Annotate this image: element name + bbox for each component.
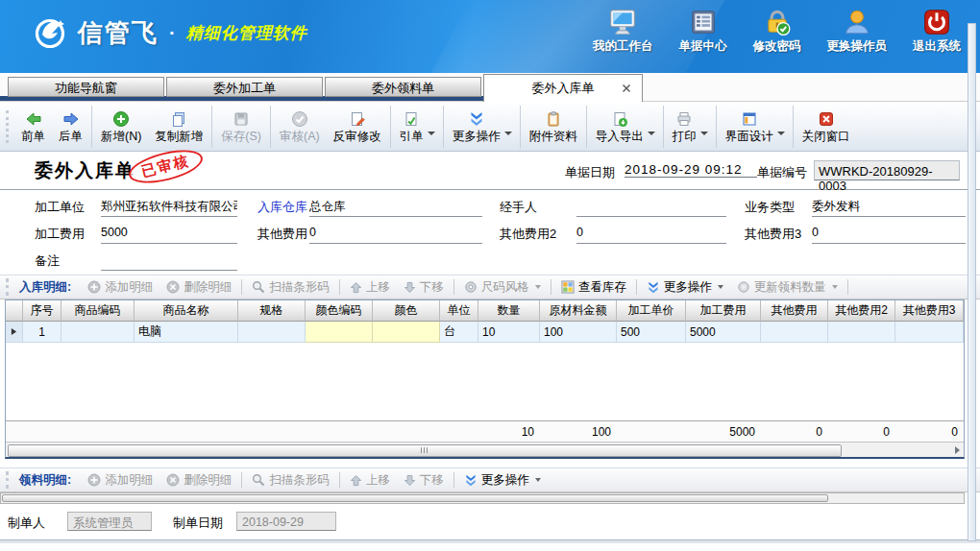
col-qty[interactable]: 数量 (478, 300, 540, 322)
handler-field[interactable] (576, 199, 726, 217)
vertical-scrollbar[interactable] (968, 23, 976, 541)
cell-seq[interactable]: 1 (23, 322, 61, 343)
cell-item-code[interactable] (61, 322, 135, 343)
save-icon (233, 110, 250, 128)
clipboard-icon (545, 110, 562, 128)
toolbar-separator (443, 106, 444, 148)
handler-label: 经手人 (500, 199, 537, 216)
dropdown-caret-icon[interactable] (700, 132, 708, 135)
app-title: 信管飞 (78, 16, 159, 50)
prev-doc-button[interactable]: 前单 (14, 108, 52, 145)
cell-qty[interactable]: 10 (478, 322, 540, 343)
cell-color-code[interactable] (306, 322, 373, 343)
view-stock-button[interactable]: 查看库存 (554, 279, 633, 296)
col-other-fee[interactable]: 其他费用 (761, 300, 828, 322)
pull-doc-button[interactable]: 引单 (393, 108, 430, 145)
business-type-field[interactable]: 委外发料 (812, 199, 966, 217)
material-horizontal-scrollbar[interactable] (0, 492, 965, 504)
tab-outsource-process[interactable]: 委外加工单 (166, 77, 323, 97)
process-fee-field[interactable]: 5000 (101, 226, 237, 244)
nav-change-password[interactable]: 修改密码 (753, 9, 801, 55)
add-detail-button: 添加明细 (81, 279, 159, 296)
tab-outsource-inbound[interactable]: 委外入库单 (483, 74, 643, 102)
cell-process-price[interactable]: 500 (617, 322, 686, 343)
more-actions-button[interactable]: 更多操作 (457, 472, 548, 489)
switch-operator-icon (843, 9, 871, 36)
unaudit-button[interactable]: 反审修改 (327, 108, 388, 145)
nav-my-workspace[interactable]: 我的工作台 (593, 9, 653, 55)
dropdown-caret-icon[interactable] (777, 132, 785, 135)
col-unit[interactable]: 单位 (440, 300, 478, 322)
tab-close-icon[interactable] (622, 84, 631, 93)
stock-grid-icon (561, 280, 575, 294)
cell-other-fee3[interactable] (895, 322, 964, 343)
col-process-price[interactable]: 加工单价 (617, 300, 686, 322)
ui-design-button[interactable]: 界面设计 (719, 108, 780, 145)
inbound-detail-grid: 序号 商品编码 商品名称 规格 颜色编码 颜色 单位 数量 原材料金额 加工单价… (5, 299, 965, 459)
more-actions-button[interactable]: 更多操作 (446, 108, 507, 145)
nav-exit-system[interactable]: 退出系统 (913, 9, 961, 55)
print-button[interactable]: 打印 (666, 108, 703, 145)
col-other-fee3[interactable]: 其他费用3 (895, 300, 964, 322)
dropdown-caret-icon[interactable] (428, 132, 435, 135)
col-color[interactable]: 颜色 (373, 300, 440, 322)
arrow-down-icon (404, 281, 416, 294)
col-color-code[interactable]: 颜色编码 (306, 300, 373, 322)
other-fee3-field[interactable]: 0 (812, 226, 966, 244)
summary-color (373, 420, 440, 442)
scrollbar-thumb[interactable] (8, 444, 842, 457)
cell-material-amount[interactable]: 100 (540, 322, 617, 343)
arrow-right-icon (62, 110, 80, 128)
scrollbar-thumb[interactable] (2, 494, 828, 502)
main-toolbar: 前单 后单 新增(N) 复制新增 保存(S) 审核(A) 反审修改 (0, 102, 980, 152)
col-other-fee2[interactable]: 其他费用2 (828, 300, 895, 322)
scrollbar-right-arrow-icon[interactable] (955, 446, 960, 454)
col-item-code[interactable]: 商品编码 (61, 300, 135, 322)
col-process-fee[interactable]: 加工费用 (686, 300, 761, 322)
cell-color[interactable] (373, 322, 440, 343)
cell-spec[interactable] (238, 322, 306, 343)
doc-date-field[interactable]: 2018-09-29 09:12 (625, 162, 757, 178)
cell-process-fee[interactable]: 5000 (686, 322, 761, 343)
warehouse-field[interactable]: 总仓库 (309, 199, 482, 217)
col-seq[interactable]: 序号 (23, 300, 61, 322)
processor-field[interactable]: 郑州亚拓软件科技有限公司 (101, 199, 237, 217)
nav-switch-operator[interactable]: 更换操作员 (827, 9, 888, 55)
doc-number-field: WWRKD-20180929-0003 (814, 160, 960, 180)
other-fee2-field[interactable]: 0 (576, 226, 726, 244)
toolbar-separator (339, 279, 340, 295)
save-button: 保存(S) (214, 108, 268, 145)
new-button[interactable]: 新增(N) (94, 108, 148, 145)
toolbar-separator (551, 279, 551, 295)
import-export-button[interactable]: 导入导出 (589, 108, 650, 145)
cell-other-fee[interactable] (761, 322, 828, 343)
col-item-name[interactable]: 商品名称 (135, 300, 238, 322)
next-doc-button[interactable]: 后单 (52, 108, 89, 145)
cell-item-name[interactable]: 电脑 (135, 322, 238, 343)
cell-unit[interactable]: 台 (440, 322, 478, 343)
toolbar-grip[interactable] (6, 471, 9, 489)
toolbar-grip[interactable] (6, 278, 9, 296)
dropdown-caret-icon[interactable] (648, 132, 655, 135)
more-actions-button[interactable]: 更多操作 (640, 279, 730, 296)
tab-function-nav[interactable]: 功能导航窗 (8, 77, 164, 97)
arrow-left-icon (25, 110, 42, 128)
copy-new-button[interactable]: 复制新增 (148, 108, 209, 145)
warehouse-label[interactable]: 入库仓库 (257, 199, 307, 216)
dropdown-caret-icon[interactable] (718, 285, 723, 289)
grid-horizontal-scrollbar[interactable] (6, 442, 964, 457)
dropdown-caret-icon[interactable] (504, 132, 512, 135)
summary-unit (440, 420, 478, 442)
tab-outsource-material[interactable]: 委外领料单 (325, 77, 481, 97)
col-material-amount[interactable]: 原材料金额 (540, 300, 617, 322)
remark-field[interactable] (101, 252, 237, 271)
other-fee-field[interactable]: 0 (309, 226, 482, 244)
cell-other-fee2[interactable] (828, 322, 895, 343)
dropdown-caret-icon[interactable] (535, 478, 541, 482)
nav-document-center[interactable]: 单据中心 (679, 9, 727, 55)
close-window-button[interactable]: 关闭窗口 (796, 108, 857, 145)
toolbar-grip[interactable] (6, 110, 9, 143)
attachment-button[interactable]: 附件资料 (523, 108, 584, 145)
col-spec[interactable]: 规格 (238, 300, 306, 322)
app-logo: 信管飞 · 精细化管理软件 (33, 15, 307, 50)
